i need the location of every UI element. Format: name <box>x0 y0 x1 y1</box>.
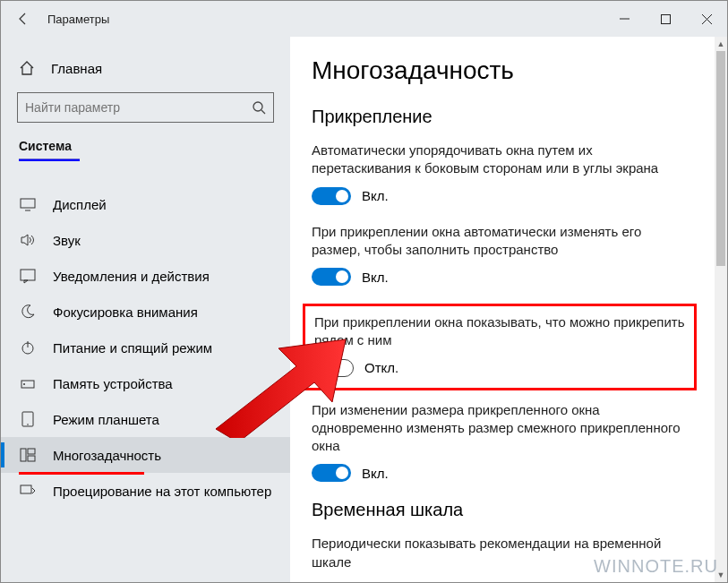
svg-rect-13 <box>21 449 26 461</box>
sidebar-item-projecting[interactable]: Проецирование на этот компьютер <box>1 473 290 509</box>
search-box[interactable] <box>17 92 274 123</box>
annotation-underline <box>19 159 80 161</box>
svg-rect-15 <box>28 456 35 461</box>
window-title: Параметры <box>47 13 109 26</box>
toggle-label: Откл. <box>364 360 398 375</box>
maximize-button[interactable] <box>645 1 686 37</box>
sidebar-item-display[interactable]: Дисплей <box>1 186 290 222</box>
sidebar-item-label: Питание и спящий режим <box>53 340 212 356</box>
setting-snap-resize: При изменении размера прикрепленного окн… <box>312 401 706 483</box>
sidebar-item-focus[interactable]: Фокусировка внимания <box>1 294 290 330</box>
toggle-snap-auto[interactable] <box>312 187 351 205</box>
sidebar-item-label: Звук <box>53 233 81 248</box>
page-title: Многозадачность <box>312 56 706 85</box>
sidebar-item-label: Многозадачность <box>53 448 161 463</box>
section-heading: Прикрепление <box>312 107 706 127</box>
moon-icon <box>19 303 37 321</box>
sidebar-item-multitasking[interactable]: Многозадачность <box>1 437 290 473</box>
toggle-snap-fill[interactable] <box>312 268 351 286</box>
sidebar: Главная Система Дисплей Звук Уведомления… <box>1 37 290 582</box>
section-heading: Временная шкала <box>312 500 706 520</box>
window-controls <box>604 1 727 37</box>
power-icon <box>19 339 37 356</box>
titlebar: Параметры <box>1 1 727 37</box>
multitasking-icon <box>19 446 37 464</box>
sidebar-item-label: Дисплей <box>53 197 107 212</box>
close-button[interactable] <box>686 1 727 37</box>
search-input[interactable] <box>25 100 252 115</box>
sidebar-item-sound[interactable]: Звук <box>1 222 290 258</box>
toggle-snap-resize[interactable] <box>312 464 351 482</box>
sidebar-item-tablet[interactable]: Режим планшета <box>1 401 290 437</box>
setting-snap-assist: При прикреплении окна показывать, что мо… <box>314 313 685 377</box>
svg-point-10 <box>23 383 25 385</box>
home-label: Главная <box>51 61 102 76</box>
setting-desc: При изменении размера прикрепленного окн… <box>312 401 688 456</box>
sidebar-item-label: Фокусировка внимания <box>53 304 198 320</box>
notification-icon <box>19 267 37 285</box>
sidebar-item-notifications[interactable]: Уведомления и действия <box>1 258 290 294</box>
setting-desc: Автоматически упорядочивать окна путем и… <box>312 141 688 178</box>
svg-point-12 <box>27 424 29 425</box>
nav-list: Дисплей Звук Уведомления и действия Фоку… <box>1 186 290 509</box>
svg-rect-4 <box>21 199 35 208</box>
tablet-icon <box>19 410 37 428</box>
svg-rect-14 <box>28 449 35 454</box>
svg-rect-1 <box>661 14 670 23</box>
annotation-highlight: При прикреплении окна показывать, что мо… <box>303 304 697 390</box>
search-icon <box>252 100 266 115</box>
sidebar-item-label: Память устройства <box>53 376 173 391</box>
svg-line-3 <box>261 110 265 114</box>
display-icon <box>19 195 37 213</box>
sound-icon <box>19 231 37 249</box>
back-button[interactable] <box>10 5 37 32</box>
scroll-down-button[interactable]: ▼ <box>715 568 727 582</box>
home-link[interactable]: Главная <box>1 53 290 83</box>
sidebar-item-label: Проецирование на этот компьютер <box>53 484 271 499</box>
toggle-label: Вкл. <box>362 188 389 203</box>
setting-desc: При прикреплении окна показывать, что мо… <box>314 313 685 350</box>
toggle-label: Вкл. <box>362 270 389 285</box>
toggle-label: Вкл. <box>362 466 389 481</box>
setting-desc: При прикреплении окна автоматически изме… <box>312 223 688 260</box>
setting-snap-fill: При прикреплении окна автоматически изме… <box>312 223 706 287</box>
setting-timeline: Периодически показывать рекомендации на … <box>312 535 706 571</box>
sidebar-item-storage[interactable]: Память устройства <box>1 365 290 401</box>
sidebar-item-power[interactable]: Питание и спящий режим <box>1 330 290 365</box>
sidebar-item-label: Уведомления и действия <box>53 269 210 284</box>
toggle-snap-assist[interactable] <box>314 359 354 377</box>
svg-rect-6 <box>21 270 35 280</box>
sidebar-item-label: Режим планшета <box>53 412 159 427</box>
home-icon <box>19 60 35 76</box>
section-header: Система <box>1 139 290 157</box>
svg-rect-16 <box>21 485 31 493</box>
setting-desc: Периодически показывать рекомендации на … <box>312 535 688 571</box>
scrollbar[interactable]: ▲ ▼ <box>715 37 727 582</box>
minimize-button[interactable] <box>604 1 645 37</box>
setting-snap-auto: Автоматически упорядочивать окна путем и… <box>312 141 706 205</box>
scroll-up-button[interactable]: ▲ <box>715 37 727 51</box>
svg-point-2 <box>253 102 262 111</box>
scrollbar-thumb[interactable] <box>716 51 725 266</box>
main-panel: Многозадачность Прикрепление Автоматичес… <box>290 37 727 582</box>
storage-icon <box>19 374 37 392</box>
project-icon <box>19 482 37 500</box>
